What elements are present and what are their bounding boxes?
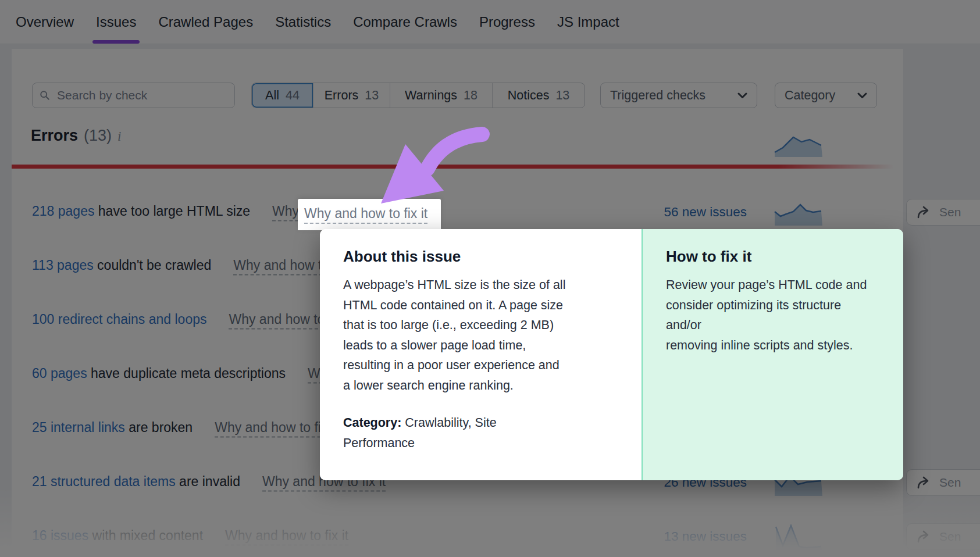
- about-issue-title: About this issue: [343, 248, 618, 266]
- category-label: Category:: [343, 416, 401, 430]
- issue-info-popup: About this issue A webpage’s HTML size i…: [320, 229, 903, 480]
- how-to-fix-title: How to fix it: [666, 248, 880, 266]
- about-issue-panel: About this issue A webpage’s HTML size i…: [320, 229, 642, 480]
- issue-category: Category: Crawlability, Site Performance: [343, 413, 618, 453]
- how-to-fix-panel: How to fix it Review your page’s HTML co…: [642, 229, 903, 480]
- how-to-fix-body: Review your page’s HTML code and conside…: [666, 275, 880, 355]
- about-issue-body: A webpage’s HTML size is the size of all…: [343, 275, 618, 395]
- why-how-fix-trigger[interactable]: Why and how to fix it: [298, 199, 441, 230]
- why-how-fix-trigger-label: Why and how to fix it: [304, 206, 427, 224]
